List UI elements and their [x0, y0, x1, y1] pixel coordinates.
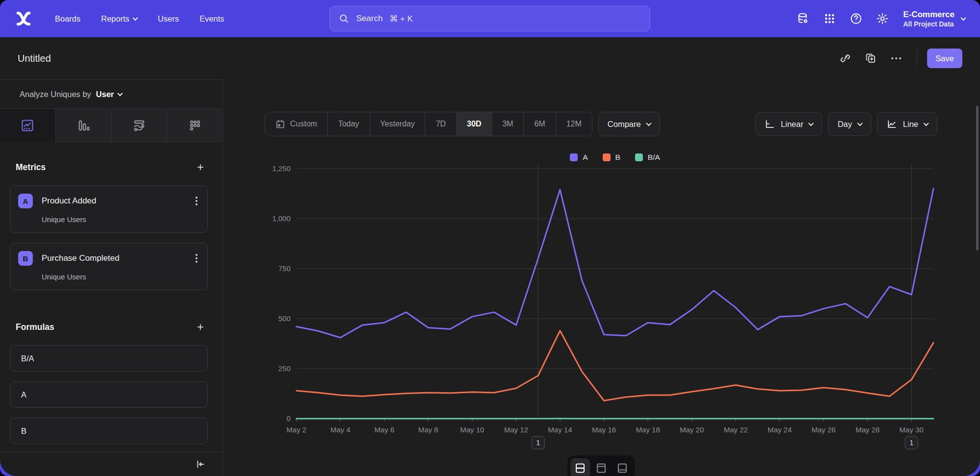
more-options-icon[interactable] — [885, 48, 907, 69]
svg-text:May 8: May 8 — [418, 426, 439, 434]
data-management-icon[interactable] — [792, 8, 814, 29]
add-metric-button[interactable]: + — [193, 160, 208, 175]
duplicate-icon[interactable] — [860, 48, 882, 69]
range-label: 12M — [566, 120, 582, 128]
tab-line-chart[interactable] — [0, 109, 56, 142]
range-yesterday[interactable]: Yesterday — [370, 112, 426, 136]
series-B — [296, 331, 933, 401]
metric-aggregation[interactable]: Unique Users — [42, 273, 199, 281]
share-link-icon[interactable] — [834, 48, 856, 69]
metric-name: Purchase Completed — [42, 253, 185, 263]
metric-options-icon[interactable] — [194, 252, 199, 265]
range-12m[interactable]: 12M — [556, 112, 592, 136]
legend-swatch — [570, 153, 578, 161]
project-selector[interactable]: E-Commerce All Project Data — [903, 9, 965, 27]
layout-split-view-button[interactable] — [570, 458, 590, 476]
report-header: Untitled — [0, 37, 980, 79]
date-range-segmented-control: Custom Today Yesterday 7D 30D 3M 6M 12M — [265, 112, 592, 136]
tab-flows[interactable] — [112, 109, 168, 142]
range-label: 7D — [436, 120, 445, 128]
nav-item-label: Boards — [55, 14, 80, 24]
range-custom[interactable]: Custom — [265, 112, 328, 136]
range-6m[interactable]: 6M — [524, 112, 556, 136]
range-label: Custom — [290, 120, 317, 128]
search-icon — [339, 13, 349, 24]
line-type-icon — [886, 119, 897, 129]
nav-item-label: Users — [158, 14, 179, 24]
report-title[interactable]: Untitled — [18, 53, 51, 64]
scrollbar-thumb[interactable] — [976, 106, 979, 251]
nav-item-boards[interactable]: Boards — [48, 9, 87, 28]
top-nav: Boards Reports Users Events Search ⌘ + K — [0, 0, 980, 37]
metric-options-icon[interactable] — [194, 195, 199, 207]
nav-item-reports[interactable]: Reports — [94, 9, 144, 28]
line-chart[interactable]: 02505007501,0001,250 1 1May 2May 4May 6M… — [270, 163, 941, 459]
legend-item-ba[interactable]: B/A — [635, 153, 660, 162]
apps-grid-icon[interactable] — [819, 8, 840, 29]
svg-text:1,000: 1,000 — [272, 214, 291, 223]
range-7d[interactable]: 7D — [425, 112, 456, 136]
legend-label: B/A — [648, 153, 660, 162]
metric-card-a[interactable]: A Product Added Unique Users — [10, 185, 208, 233]
analyze-label: Analyze Uniques by — [20, 90, 91, 99]
collapse-sidebar-icon[interactable] — [195, 459, 206, 470]
metric-badge: B — [18, 251, 33, 266]
formula-card[interactable]: B — [10, 418, 208, 444]
linear-scale-icon — [764, 119, 775, 129]
search-input[interactable]: Search ⌘ + K — [329, 6, 650, 31]
analyze-entity-selector[interactable]: User — [96, 90, 122, 99]
chevron-down-icon — [646, 121, 651, 126]
annotation-marker[interactable]: 1 — [905, 436, 918, 449]
calendar-icon — [275, 119, 285, 129]
formula-label: B/A — [21, 354, 34, 363]
layout-chart-top-button[interactable] — [591, 458, 611, 476]
svg-text:May 24: May 24 — [768, 426, 792, 434]
analyze-entity-value: User — [96, 90, 114, 99]
metric-card-b[interactable]: B Purchase Completed Unique Users — [10, 243, 208, 290]
range-today[interactable]: Today — [328, 112, 370, 136]
tab-bar-chart[interactable] — [56, 109, 112, 142]
save-button[interactable]: Save — [927, 49, 962, 68]
range-30d[interactable]: 30D — [457, 112, 492, 136]
app-window: Boards Reports Users Events Search ⌘ + K — [0, 0, 980, 476]
metrics-heading: Metrics — [16, 162, 46, 173]
chart-panel: Custom Today Yesterday 7D 30D 3M 6M 12M … — [223, 79, 980, 476]
svg-text:1: 1 — [536, 438, 540, 447]
mixpanel-logo-icon[interactable] — [14, 9, 33, 28]
project-name: E-Commerce — [903, 9, 955, 20]
analyze-bar: Analyze Uniques by User — [0, 79, 222, 109]
settings-gear-icon[interactable] — [872, 8, 893, 29]
scale-dropdown[interactable]: Linear — [755, 112, 823, 136]
help-icon[interactable] — [845, 8, 867, 29]
chevron-down-icon — [923, 121, 929, 126]
flows-icon — [132, 119, 146, 132]
sidebar-footer — [0, 452, 222, 476]
chart-type-label: Line — [903, 120, 918, 129]
compare-button[interactable]: Compare — [598, 112, 660, 136]
svg-text:May 28: May 28 — [856, 426, 880, 434]
tab-metrics-grid[interactable] — [167, 109, 222, 142]
add-formula-button[interactable]: + — [193, 320, 208, 334]
svg-text:750: 750 — [278, 264, 291, 273]
interval-dropdown[interactable]: Day — [828, 112, 871, 136]
formula-label: B — [21, 426, 26, 436]
formula-card[interactable]: A — [10, 381, 208, 408]
chart-type-dropdown[interactable]: Line — [877, 112, 937, 136]
layout-chart-bottom-button[interactable] — [612, 458, 632, 476]
svg-text:1,250: 1,250 — [272, 164, 291, 173]
formula-card[interactable]: B/A — [10, 345, 208, 372]
annotation-marker[interactable]: 1 — [532, 436, 544, 449]
legend-item-a[interactable]: A — [570, 153, 588, 162]
bar-chart-icon — [76, 119, 90, 132]
formulas-section: Formulas + B/A A B — [0, 300, 222, 444]
nav-item-users[interactable]: Users — [151, 9, 186, 28]
svg-text:May 30: May 30 — [900, 426, 924, 434]
metric-aggregation[interactable]: Unique Users — [42, 215, 199, 224]
legend-item-b[interactable]: B — [603, 153, 620, 162]
chart-type-tabstrip — [0, 109, 222, 142]
nav-item-events[interactable]: Events — [193, 9, 231, 28]
metrics-grid-icon — [188, 119, 202, 132]
range-3m[interactable]: 3M — [492, 112, 524, 136]
chart-legend: A B B/A — [296, 153, 933, 162]
svg-text:May 26: May 26 — [811, 426, 835, 434]
